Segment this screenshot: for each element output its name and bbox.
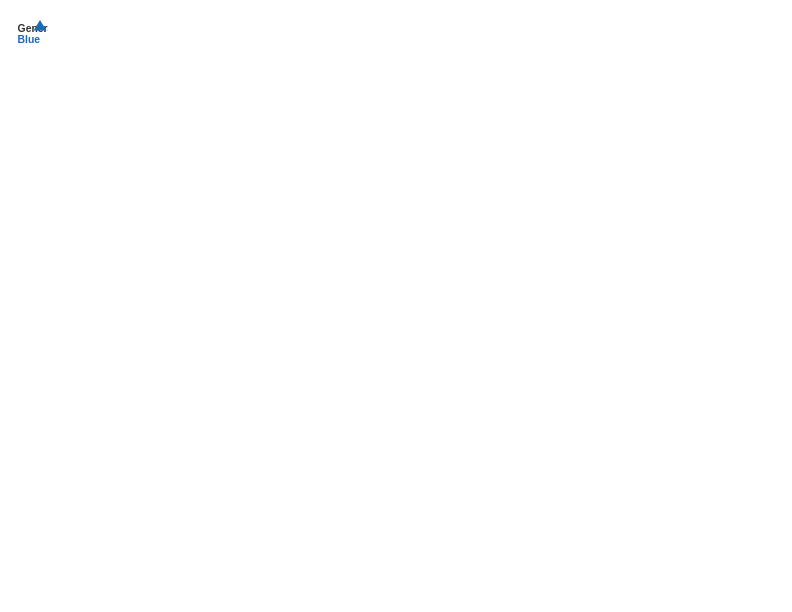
logo-icon: General Blue — [16, 16, 48, 48]
header: General Blue — [16, 16, 776, 48]
svg-text:Blue: Blue — [18, 34, 41, 45]
logo: General Blue — [16, 16, 48, 48]
